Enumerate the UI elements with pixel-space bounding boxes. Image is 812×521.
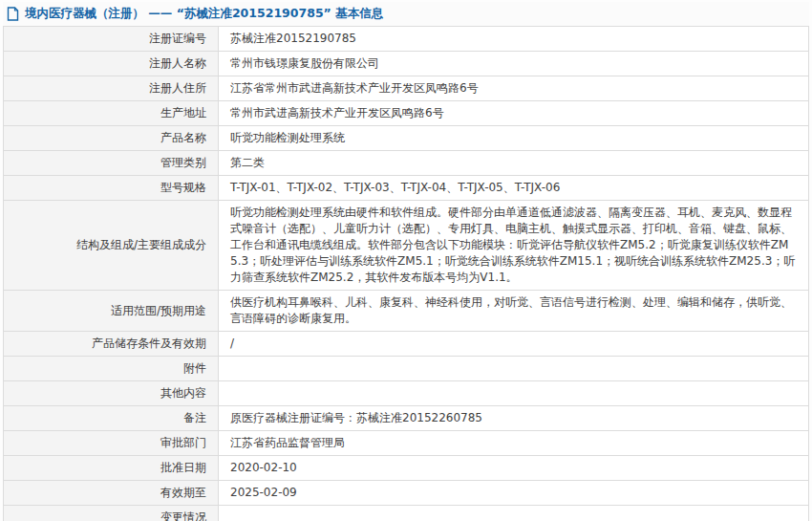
info-table: 注册证编号 苏械注准20152190785 注册人名称 常州市钱璟康复股份有限公… xyxy=(3,26,809,521)
field-value-intended-use: 供医疗机构耳鼻喉科、儿科、康复科、神经科使用，对听觉、言语信号进行检测、处理、编… xyxy=(219,291,809,332)
table-row: 其他内容 xyxy=(4,381,809,406)
table-row: 适用范围/预期用途 供医疗机构耳鼻喉科、儿科、康复科、神经科使用，对听觉、言语信… xyxy=(4,291,809,332)
field-value-management-class: 第二类 xyxy=(219,151,809,176)
field-value-storage-validity: / xyxy=(219,332,809,357)
table-row: 型号规格 T-TJX-01、T-TJX-02、T-TJX-03、T-TJX-04… xyxy=(4,176,809,201)
table-row: 注册人住所 江苏省常州市武进高新技术产业开发区凤鸣路6号 xyxy=(4,76,809,101)
page: 境内医疗器械（注册） —— “苏械注准20152190785” 基本信息 注册证… xyxy=(0,0,812,521)
field-label-approval-date: 批准日期 xyxy=(4,456,219,481)
field-value-change-status xyxy=(219,506,809,521)
document-icon xyxy=(7,7,19,21)
table-row: 注册人名称 常州市钱璟康复股份有限公司 xyxy=(4,52,809,76)
table-row: 备注 原医疗器械注册证编号：苏械注准20152260785 xyxy=(4,406,809,431)
field-label-registrant-name: 注册人名称 xyxy=(4,52,219,76)
field-label-storage-validity: 产品储存条件及有效期 xyxy=(4,332,219,357)
field-value-product-name: 听觉功能检测处理系统 xyxy=(219,126,809,151)
field-value-remarks: 原医疗器械注册证编号：苏械注准20152260785 xyxy=(219,406,809,431)
field-label-intended-use: 适用范围/预期用途 xyxy=(4,291,219,332)
field-value-structure-composition: 听觉功能检测处理系统由硬件和软件组成。硬件部分由单通道低通滤波器、隔离变压器、耳… xyxy=(219,201,809,291)
field-label-production-address: 生产地址 xyxy=(4,101,219,126)
field-value-production-address: 常州市武进高新技术产业开发区凤鸣路6号 xyxy=(219,101,809,126)
field-label-attachment: 附件 xyxy=(4,357,219,381)
table-row: 结构及组成/主要组成成分 听觉功能检测处理系统由硬件和软件组成。硬件部分由单通道… xyxy=(4,201,809,291)
field-value-other-content xyxy=(219,381,809,406)
table-row: 产品名称 听觉功能检测处理系统 xyxy=(4,126,809,151)
field-label-product-name: 产品名称 xyxy=(4,126,219,151)
field-label-change-status: 变更情况 xyxy=(4,506,219,521)
field-label-model-spec: 型号规格 xyxy=(4,176,219,201)
field-label-remarks: 备注 xyxy=(4,406,219,431)
field-label-valid-until: 有效期至 xyxy=(4,481,219,506)
page-title: 境内医疗器械（注册） —— “苏械注准20152190785” 基本信息 xyxy=(25,6,383,22)
field-label-approval-department: 审批部门 xyxy=(4,431,219,456)
field-value-model-spec: T-TJX-01、T-TJX-02、T-TJX-03、T-TJX-04、T-TJ… xyxy=(219,176,809,201)
field-value-valid-until: 2025-02-09 xyxy=(219,481,809,506)
field-label-structure-composition: 结构及组成/主要组成成分 xyxy=(4,201,219,291)
field-value-reg-cert-no: 苏械注准20152190785 xyxy=(219,27,809,52)
field-value-registrant-name: 常州市钱璟康复股份有限公司 xyxy=(219,52,809,76)
field-label-management-class: 管理类别 xyxy=(4,151,219,176)
field-label-other-content: 其他内容 xyxy=(4,381,219,406)
table-row: 注册证编号 苏械注准20152190785 xyxy=(4,27,809,52)
page-header: 境内医疗器械（注册） —— “苏械注准20152190785” 基本信息 xyxy=(3,2,809,26)
field-value-approval-department: 江苏省药品监督管理局 xyxy=(219,431,809,456)
table-row: 审批部门 江苏省药品监督管理局 xyxy=(4,431,809,456)
table-row: 管理类别 第二类 xyxy=(4,151,809,176)
field-label-reg-cert-no: 注册证编号 xyxy=(4,27,219,52)
field-value-approval-date: 2020-02-10 xyxy=(219,456,809,481)
table-row: 有效期至 2025-02-09 xyxy=(4,481,809,506)
table-row: 附件 xyxy=(4,357,809,381)
table-row: 产品储存条件及有效期 / xyxy=(4,332,809,357)
table-row: 批准日期 2020-02-10 xyxy=(4,456,809,481)
field-value-registrant-address: 江苏省常州市武进高新技术产业开发区凤鸣路6号 xyxy=(219,76,809,101)
table-row: 变更情况 xyxy=(4,506,809,521)
table-row: 生产地址 常州市武进高新技术产业开发区凤鸣路6号 xyxy=(4,101,809,126)
field-label-registrant-address: 注册人住所 xyxy=(4,76,219,101)
field-value-attachment xyxy=(219,357,809,381)
